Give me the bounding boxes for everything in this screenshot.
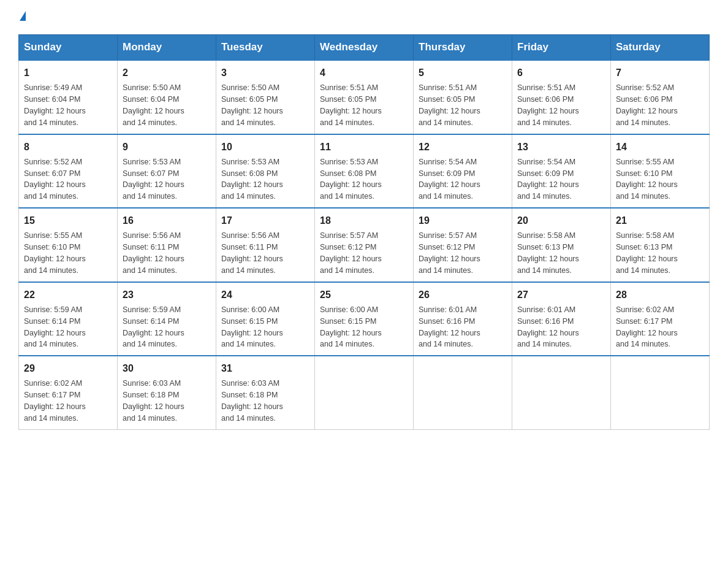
day-number: 25 — [320, 288, 408, 302]
calendar-cell: 11Sunrise: 5:53 AMSunset: 6:08 PMDayligh… — [315, 134, 414, 209]
calendar-cell — [315, 356, 414, 429]
calendar-cell: 22Sunrise: 5:59 AMSunset: 6:14 PMDayligh… — [19, 282, 118, 356]
calendar-cell: 7Sunrise: 5:52 AMSunset: 6:06 PMDaylight… — [611, 60, 710, 134]
calendar-cell: 24Sunrise: 6:00 AMSunset: 6:15 PMDayligh… — [216, 282, 315, 356]
col-header-wednesday: Wednesday — [315, 35, 414, 61]
day-info: Sunrise: 5:52 AMSunset: 6:06 PMDaylight:… — [616, 83, 678, 127]
calendar-cell: 29Sunrise: 6:02 AMSunset: 6:17 PMDayligh… — [19, 356, 118, 429]
calendar-cell: 31Sunrise: 6:03 AMSunset: 6:18 PMDayligh… — [216, 356, 315, 429]
logo-triangle-icon — [20, 11, 26, 21]
day-number: 29 — [24, 361, 112, 375]
calendar-cell: 15Sunrise: 5:55 AMSunset: 6:10 PMDayligh… — [19, 208, 118, 282]
day-info: Sunrise: 5:54 AMSunset: 6:09 PMDaylight:… — [517, 158, 579, 201]
day-info: Sunrise: 6:01 AMSunset: 6:16 PMDaylight:… — [419, 305, 480, 349]
calendar-cell — [512, 356, 611, 429]
day-info: Sunrise: 5:58 AMSunset: 6:13 PMDaylight:… — [616, 231, 678, 275]
calendar-cell: 14Sunrise: 5:55 AMSunset: 6:10 PMDayligh… — [611, 134, 710, 209]
calendar-cell: 16Sunrise: 5:56 AMSunset: 6:11 PMDayligh… — [118, 208, 216, 282]
calendar-cell: 10Sunrise: 5:53 AMSunset: 6:08 PMDayligh… — [216, 134, 315, 209]
calendar-week-row: 22Sunrise: 5:59 AMSunset: 6:14 PMDayligh… — [19, 282, 710, 356]
col-header-tuesday: Tuesday — [216, 35, 315, 61]
day-info: Sunrise: 6:03 AMSunset: 6:18 PMDaylight:… — [123, 379, 184, 423]
day-info: Sunrise: 5:53 AMSunset: 6:08 PMDaylight:… — [221, 158, 283, 201]
day-number: 1 — [24, 66, 112, 80]
day-number: 27 — [517, 288, 605, 302]
day-info: Sunrise: 5:49 AMSunset: 6:04 PMDaylight:… — [24, 83, 86, 127]
day-info: Sunrise: 6:02 AMSunset: 6:17 PMDaylight:… — [616, 305, 678, 349]
calendar-cell: 1Sunrise: 5:49 AMSunset: 6:04 PMDaylight… — [19, 60, 118, 134]
logo — [18, 12, 26, 22]
calendar-cell: 28Sunrise: 6:02 AMSunset: 6:17 PMDayligh… — [611, 282, 710, 356]
day-number: 21 — [616, 213, 704, 228]
day-info: Sunrise: 5:59 AMSunset: 6:14 PMDaylight:… — [24, 305, 86, 349]
day-info: Sunrise: 5:51 AMSunset: 6:06 PMDaylight:… — [517, 83, 579, 127]
calendar-cell: 30Sunrise: 6:03 AMSunset: 6:18 PMDayligh… — [118, 356, 216, 429]
day-number: 6 — [517, 66, 605, 80]
calendar-table: SundayMondayTuesdayWednesdayThursdayFrid… — [18, 34, 710, 430]
calendar-cell — [414, 356, 512, 429]
calendar-header-row: SundayMondayTuesdayWednesdayThursdayFrid… — [19, 35, 710, 61]
calendar-week-row: 29Sunrise: 6:02 AMSunset: 6:17 PMDayligh… — [19, 356, 710, 429]
day-number: 4 — [320, 66, 408, 80]
day-number: 28 — [616, 288, 704, 302]
calendar-cell: 25Sunrise: 6:00 AMSunset: 6:15 PMDayligh… — [315, 282, 414, 356]
day-number: 18 — [320, 213, 408, 228]
day-info: Sunrise: 5:56 AMSunset: 6:11 PMDaylight:… — [123, 231, 184, 275]
calendar-cell: 18Sunrise: 5:57 AMSunset: 6:12 PMDayligh… — [315, 208, 414, 282]
calendar-cell: 23Sunrise: 5:59 AMSunset: 6:14 PMDayligh… — [118, 282, 216, 356]
calendar-cell: 4Sunrise: 5:51 AMSunset: 6:05 PMDaylight… — [315, 60, 414, 134]
day-info: Sunrise: 5:58 AMSunset: 6:13 PMDaylight:… — [517, 231, 579, 275]
day-info: Sunrise: 5:56 AMSunset: 6:11 PMDaylight:… — [221, 231, 283, 275]
day-number: 9 — [123, 140, 211, 154]
day-number: 15 — [24, 213, 112, 228]
calendar-cell: 8Sunrise: 5:52 AMSunset: 6:07 PMDaylight… — [19, 134, 118, 209]
calendar-cell: 21Sunrise: 5:58 AMSunset: 6:13 PMDayligh… — [611, 208, 710, 282]
day-info: Sunrise: 5:50 AMSunset: 6:05 PMDaylight:… — [221, 83, 283, 127]
day-number: 23 — [123, 288, 211, 302]
day-number: 3 — [221, 66, 309, 80]
day-number: 17 — [221, 213, 309, 228]
day-number: 20 — [517, 213, 605, 228]
calendar-cell — [611, 356, 710, 429]
day-number: 22 — [24, 288, 112, 302]
day-info: Sunrise: 5:51 AMSunset: 6:05 PMDaylight:… — [419, 83, 480, 127]
day-number: 16 — [123, 213, 211, 228]
day-info: Sunrise: 5:54 AMSunset: 6:09 PMDaylight:… — [419, 158, 480, 201]
day-info: Sunrise: 5:50 AMSunset: 6:04 PMDaylight:… — [123, 83, 184, 127]
calendar-cell: 3Sunrise: 5:50 AMSunset: 6:05 PMDaylight… — [216, 60, 315, 134]
day-number: 31 — [221, 361, 309, 375]
day-number: 14 — [616, 140, 704, 154]
day-number: 26 — [419, 288, 507, 302]
day-number: 7 — [616, 66, 704, 80]
calendar-cell: 26Sunrise: 6:01 AMSunset: 6:16 PMDayligh… — [414, 282, 512, 356]
col-header-saturday: Saturday — [611, 35, 710, 61]
calendar-week-row: 1Sunrise: 5:49 AMSunset: 6:04 PMDaylight… — [19, 60, 710, 134]
page-header — [18, 12, 710, 22]
day-number: 8 — [24, 140, 112, 154]
day-number: 5 — [419, 66, 507, 80]
day-number: 19 — [419, 213, 507, 228]
day-info: Sunrise: 5:55 AMSunset: 6:10 PMDaylight:… — [24, 231, 86, 275]
day-number: 13 — [517, 140, 605, 154]
calendar-cell: 12Sunrise: 5:54 AMSunset: 6:09 PMDayligh… — [414, 134, 512, 209]
calendar-cell: 2Sunrise: 5:50 AMSunset: 6:04 PMDaylight… — [118, 60, 216, 134]
col-header-sunday: Sunday — [19, 35, 118, 61]
day-info: Sunrise: 6:00 AMSunset: 6:15 PMDaylight:… — [320, 305, 382, 349]
calendar-cell: 27Sunrise: 6:01 AMSunset: 6:16 PMDayligh… — [512, 282, 611, 356]
calendar-week-row: 15Sunrise: 5:55 AMSunset: 6:10 PMDayligh… — [19, 208, 710, 282]
day-info: Sunrise: 6:01 AMSunset: 6:16 PMDaylight:… — [517, 305, 579, 349]
calendar-cell: 6Sunrise: 5:51 AMSunset: 6:06 PMDaylight… — [512, 60, 611, 134]
day-info: Sunrise: 5:51 AMSunset: 6:05 PMDaylight:… — [320, 83, 382, 127]
day-info: Sunrise: 5:57 AMSunset: 6:12 PMDaylight:… — [320, 231, 382, 275]
day-number: 11 — [320, 140, 408, 154]
calendar-cell: 20Sunrise: 5:58 AMSunset: 6:13 PMDayligh… — [512, 208, 611, 282]
day-info: Sunrise: 6:02 AMSunset: 6:17 PMDaylight:… — [24, 379, 86, 423]
col-header-thursday: Thursday — [414, 35, 512, 61]
day-info: Sunrise: 5:53 AMSunset: 6:07 PMDaylight:… — [123, 158, 184, 201]
calendar-cell: 19Sunrise: 5:57 AMSunset: 6:12 PMDayligh… — [414, 208, 512, 282]
day-number: 10 — [221, 140, 309, 154]
day-info: Sunrise: 5:55 AMSunset: 6:10 PMDaylight:… — [616, 158, 678, 201]
col-header-monday: Monday — [118, 35, 216, 61]
day-info: Sunrise: 5:53 AMSunset: 6:08 PMDaylight:… — [320, 158, 382, 201]
day-info: Sunrise: 6:03 AMSunset: 6:18 PMDaylight:… — [221, 379, 283, 423]
